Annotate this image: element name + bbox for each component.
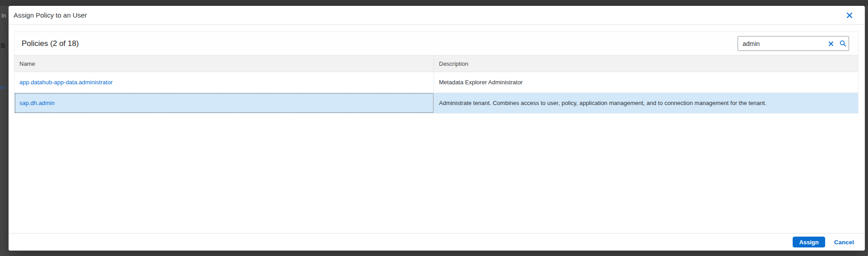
column-header-label: Name bbox=[19, 60, 35, 67]
search-submit-button[interactable] bbox=[837, 37, 849, 50]
table-header-row: Name Description bbox=[14, 55, 858, 72]
policy-search-input[interactable] bbox=[738, 40, 825, 47]
background-text-fragment: S bbox=[0, 41, 5, 49]
policy-name-link[interactable]: sap.dh.admin bbox=[19, 100, 55, 106]
policies-toolbar: Policies (2 of 18) bbox=[14, 32, 858, 55]
policies-panel: Policies (2 of 18) bbox=[14, 32, 859, 114]
table-row[interactable]: app.datahub-app-data.administrator Metad… bbox=[14, 72, 858, 93]
policy-description: Metadata Explorer Administrator bbox=[439, 79, 523, 86]
search-clear-button[interactable] bbox=[825, 37, 837, 50]
cancel-button[interactable]: Cancel bbox=[834, 239, 854, 246]
policy-description-cell: Administrate tenant. Combines access to … bbox=[434, 93, 858, 113]
background-link-fragment: en bbox=[0, 84, 6, 91]
screen: In S en Assign Policy to an User Policie… bbox=[0, 0, 868, 256]
column-header-label: Description bbox=[439, 60, 468, 67]
close-button[interactable] bbox=[843, 9, 856, 22]
policy-name-cell: app.datahub-app-data.administrator bbox=[14, 72, 434, 92]
column-header-description[interactable]: Description bbox=[434, 55, 858, 72]
table-row-selected[interactable]: sap.dh.admin Administrate tenant. Combin… bbox=[14, 93, 858, 113]
assign-policy-dialog: Assign Policy to an User Policies (2 of … bbox=[9, 6, 865, 251]
assign-button[interactable]: Assign bbox=[793, 237, 825, 247]
policy-description: Administrate tenant. Combines access to … bbox=[439, 100, 766, 106]
close-icon bbox=[846, 12, 853, 18]
dialog-title: Assign Policy to an User bbox=[14, 6, 87, 24]
search-icon bbox=[840, 40, 846, 47]
background-text-fragment: In bbox=[1, 12, 6, 19]
column-header-name[interactable]: Name bbox=[14, 55, 434, 72]
clear-icon bbox=[828, 41, 834, 46]
policy-description-cell: Metadata Explorer Administrator bbox=[434, 72, 858, 92]
dialog-footer: Assign Cancel bbox=[9, 233, 865, 251]
policy-search-field[interactable] bbox=[738, 36, 849, 51]
background-shell-header bbox=[0, 0, 868, 6]
policy-name-link[interactable]: app.datahub-app-data.administrator bbox=[19, 79, 113, 86]
policies-count-title: Policies (2 of 18) bbox=[22, 39, 79, 48]
dialog-header: Assign Policy to an User bbox=[9, 6, 865, 25]
policy-name-cell: sap.dh.admin bbox=[14, 93, 434, 113]
